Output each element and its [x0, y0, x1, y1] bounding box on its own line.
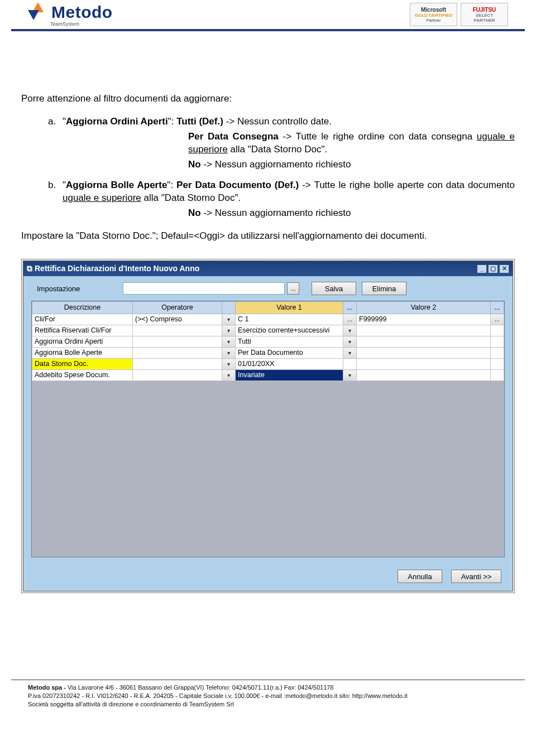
cell-v1[interactable]: Esercizio corrente+successivi [236, 325, 343, 336]
item-a-val: Tutti (Def.) [176, 116, 223, 127]
logo: Metodo [28, 2, 113, 22]
item-b-cont2: No -> Nessun aggiornamento richiesto [63, 207, 515, 220]
table-row[interactable]: Aggiorna Bolle ApertePer Data Documento [32, 348, 504, 359]
cell-desc[interactable]: Addebito Spese Docum. [32, 370, 133, 381]
table-row[interactable]: Aggiorna Ordini ApertiTutti [32, 336, 504, 348]
grid: Descrizione Operatore Valore 1 ... Valor… [32, 301, 504, 381]
badge2-line2: SELECT PARTNER [465, 13, 504, 23]
cell-v2[interactable] [357, 336, 491, 348]
lookup-icon[interactable] [491, 314, 504, 325]
header-right: Microsoft GOLD CERTIFIED Partner FUJITSU… [410, 3, 508, 26]
cell-empty [491, 359, 504, 370]
item-b-val: Per Data Documento (Def.) [176, 180, 299, 190]
grid-empty-area [32, 381, 504, 557]
close-button[interactable]: ✕ [499, 264, 509, 273]
col-op[interactable]: Operatore [133, 302, 222, 314]
cell-desc[interactable]: Cli/For [32, 314, 133, 325]
table-row[interactable]: Cli/For(><) CompresoC 1F999999 [32, 314, 504, 325]
window-buttons: _ ▢ ✕ [477, 264, 509, 273]
cell-v2[interactable] [357, 370, 491, 381]
table-row[interactable]: Data Storno Doc.01/01/20XX [32, 359, 504, 370]
impostazione-input[interactable] [123, 282, 285, 295]
cell-op[interactable] [133, 359, 222, 370]
page-header: Metodo TeamSystem Microsoft GOLD CERTIFI… [11, 0, 525, 31]
cell-op[interactable] [133, 336, 222, 348]
cell-v2[interactable] [357, 359, 491, 370]
cell-v1[interactable]: Invariate [236, 370, 343, 381]
cell-v2[interactable]: F999999 [357, 314, 491, 325]
logo-arrow-icon [28, 2, 48, 22]
item-a-name: Aggiorna Ordini Aperti [66, 116, 168, 127]
dropdown-icon[interactable] [343, 325, 357, 336]
cell-v1[interactable]: Tutti [236, 336, 343, 348]
maximize-button[interactable]: ▢ [488, 264, 498, 273]
lookup-button[interactable]: ... [287, 282, 299, 295]
avanti-button[interactable]: Avanti >> [451, 570, 501, 583]
minimize-button[interactable]: _ [477, 264, 487, 273]
col-v2[interactable]: Valore 2 [357, 302, 491, 314]
badge1-line3: Partner [414, 18, 453, 23]
list-item-b: b. "Aggiorna Bolle Aperte": Per Data Doc… [48, 179, 515, 220]
cell-op[interactable] [133, 325, 222, 336]
footer: Metodo spa - Via Lavarone 4/6 - 36061 Ba… [11, 680, 525, 714]
cell-desc[interactable]: Data Storno Doc. [32, 359, 133, 370]
footer-line2: P.iva 02072310242 - R.I. VI012/6240 - R.… [28, 692, 508, 700]
item-a-cont1: Per Data Consegna -> Tutte le righe ordi… [63, 131, 515, 156]
content: Porre attenzione al filtro documenti da … [11, 93, 525, 593]
title-icon: ⧉ [27, 263, 32, 274]
table-row[interactable]: Addebito Spese Docum.Invariate [32, 370, 504, 381]
cell-v1[interactable]: C 1 [236, 314, 343, 325]
col-op-dd [222, 302, 236, 314]
item-b-body: "Aggiorna Bolle Aperte": Per Data Docume… [63, 179, 515, 220]
col-v1-dd: ... [343, 302, 357, 314]
elimina-button[interactable]: Elimina [362, 282, 406, 295]
cell-v2[interactable] [357, 348, 491, 359]
dropdown-icon[interactable] [343, 370, 357, 381]
dropdown-icon[interactable] [222, 370, 236, 381]
cell-v1[interactable]: 01/01/20XX [236, 359, 343, 370]
item-b-letter: b. [48, 179, 63, 220]
annulla-button[interactable]: Annulla [398, 570, 442, 583]
window: ⧉ Rettifica Dichiarazioni d'Intento Nuov… [23, 261, 513, 591]
cell-empty [343, 359, 357, 370]
cell-desc[interactable]: Aggiorna Bolle Aperte [32, 348, 133, 359]
dropdown-icon[interactable] [343, 348, 357, 359]
list: a. "Aggiorna Ordini Aperti": Tutti (Def.… [21, 115, 515, 220]
item-b-name: Aggiorna Bolle Aperte [66, 180, 167, 190]
toolbar: Impostazione ... Salva Elimina [23, 276, 513, 301]
salva-button[interactable]: Salva [312, 282, 356, 295]
badge1-line1: Microsoft [414, 7, 453, 13]
footer-line3: Società soggetta all'attività di direzio… [28, 700, 508, 709]
cell-v1[interactable]: Per Data Documento [236, 348, 343, 359]
lookup-icon[interactable] [343, 314, 357, 325]
item-a-body: "Aggiorna Ordini Aperti": Tutti (Def.) -… [63, 115, 515, 171]
cell-empty [491, 348, 504, 359]
badge1-line2: GOLD CERTIFIED [414, 13, 453, 18]
dropdown-icon[interactable] [343, 336, 357, 348]
titlebar: ⧉ Rettifica Dichiarazioni d'Intento Nuov… [23, 261, 513, 276]
item-a-letter: a. [48, 115, 63, 171]
dropdown-icon[interactable] [222, 336, 236, 348]
cell-op[interactable]: (><) Compreso [133, 314, 222, 325]
grid-wrap: Descrizione Operatore Valore 1 ... Valor… [31, 301, 505, 557]
item-a-cont2: No -> Nessun aggiornamento richiesto [63, 158, 515, 171]
col-desc[interactable]: Descrizione [32, 302, 133, 314]
window-title: Rettifica Dichiarazioni d'Intento Nuovo … [35, 263, 477, 274]
cell-empty [491, 325, 504, 336]
dropdown-icon[interactable] [222, 314, 236, 325]
cell-desc[interactable]: Rettifica Riservati Cli/For [32, 325, 133, 336]
cell-v2[interactable] [357, 325, 491, 336]
cell-empty [491, 336, 504, 348]
table-row[interactable]: Rettifica Riservati Cli/ForEsercizio cor… [32, 325, 504, 336]
logo-text: Metodo [51, 3, 113, 22]
dropdown-icon[interactable] [222, 325, 236, 336]
intro-text: Porre attenzione al filtro documenti da … [21, 93, 515, 105]
cell-op[interactable] [133, 370, 222, 381]
dropdown-icon[interactable] [222, 348, 236, 359]
cell-desc[interactable]: Aggiorna Ordini Aperti [32, 336, 133, 348]
col-v1[interactable]: Valore 1 [236, 302, 343, 314]
cell-op[interactable] [133, 348, 222, 359]
grid-header-row: Descrizione Operatore Valore 1 ... Valor… [32, 302, 504, 314]
dropdown-icon[interactable] [222, 359, 236, 370]
badge2-line1: FUJITSU [465, 7, 504, 13]
